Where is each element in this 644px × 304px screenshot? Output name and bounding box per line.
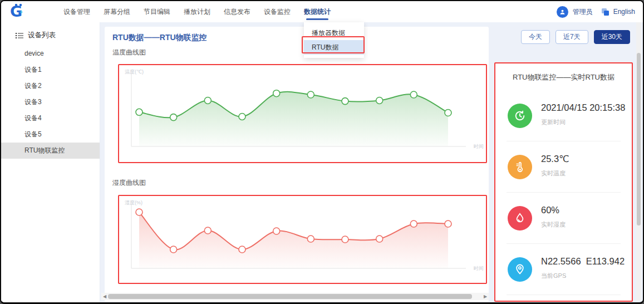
sidebar-header-device-list[interactable]: 设备列表 [1, 22, 100, 46]
sidebar-item-device5[interactable]: 设备5 [1, 126, 100, 143]
sidebar-item-device2[interactable]: 设备2 [1, 78, 100, 94]
scroll-right-arrow-icon[interactable]: ▶ [482, 293, 489, 300]
logo-plus-icon: + [19, 9, 23, 15]
nav-item-program-edit[interactable]: 节目编辑 [144, 1, 170, 22]
temperature-chart[interactable]: 温度(℃) 时间 [119, 65, 486, 161]
navbar-right: 管理员 English [557, 1, 635, 22]
language-switch[interactable]: English [613, 8, 635, 16]
dropdown-item-rtu-data[interactable]: RTU数据 [304, 40, 364, 55]
top-navbar: G + 设备管理 屏幕分组 节目编辑 播放计划 信息发布 设备监控 数据统计 管… [1, 1, 643, 22]
sidebar-item-rtu-monitor[interactable]: RTU物联监控 [1, 143, 100, 159]
device-sidebar: 设备列表 device 设备1 设备2 设备3 设备4 设备5 RTU物联监控 [1, 22, 100, 302]
stat-update-time: 2021/04/15 20:15:38 更新时间 [507, 90, 621, 141]
temperature-x-axis-label: 时间 [474, 143, 484, 150]
scroll-left-arrow-icon[interactable]: ◀ [101, 293, 108, 300]
temperature-label: 实时温度 [541, 169, 566, 178]
main-content-card: RTU数据——RTU物联监控 温度曲线图 温度(℃) 时间 湿度曲线图 湿度(%… [105, 27, 489, 302]
date-range-buttons: 今天 近7天 近30天 [521, 30, 630, 44]
list-icon [16, 32, 23, 39]
humidity-y-axis-label: 湿度(%) [125, 199, 142, 207]
range-7days-button[interactable]: 近7天 [555, 30, 588, 44]
range-today-button[interactable]: 今天 [521, 30, 550, 44]
temperature-line-chart-canvas[interactable] [119, 65, 486, 161]
realtime-panel-title: RTU物联监控——实时RTU数据 [495, 63, 632, 82]
temperature-chart-label: 温度曲线图 [112, 48, 146, 57]
refresh-time-icon [508, 104, 532, 128]
app-logo[interactable]: G + [10, 3, 29, 21]
page-title: RTU数据——RTU物联监控 [112, 33, 207, 43]
sidebar-item-device3[interactable]: 设备3 [1, 94, 100, 110]
nav-item-device-manage[interactable]: 设备管理 [63, 1, 90, 22]
sidebar-item-device[interactable]: device [1, 46, 100, 62]
nav-item-info-publish[interactable]: 信息发布 [224, 1, 250, 22]
thermometer-icon [508, 155, 532, 179]
vertical-scrollbar-thumb[interactable] [637, 53, 641, 225]
update-time-value: 2021/04/15 20:15:38 [541, 102, 625, 113]
realtime-data-panel: RTU物联监控——实时RTU数据 2021/04/15 20:15:38 更新时… [495, 63, 632, 301]
humidity-x-axis-label: 时间 [474, 265, 484, 272]
humidity-chart[interactable]: 湿度(%) 时间 [119, 196, 486, 283]
humidity-icon [508, 206, 532, 231]
humidity-line-chart-canvas[interactable] [119, 196, 486, 283]
range-30days-button[interactable]: 近30天 [594, 30, 630, 44]
stat-gps: N22.5566 E113.942 当前GPS [507, 244, 621, 295]
gps-value: N22.5566 E113.942 [541, 256, 625, 267]
temperature-y-axis-label: 温度(℃) [125, 68, 144, 76]
nav-item-play-plan[interactable]: 播放计划 [184, 1, 210, 22]
sidebar-item-device1[interactable]: 设备1 [1, 62, 100, 78]
temperature-value: 25.3℃ [541, 154, 569, 164]
update-time-label: 更新时间 [541, 118, 566, 126]
stat-temperature: 25.3℃ 实时温度 [507, 141, 621, 193]
vertical-scrollbar [636, 22, 641, 301]
nav-item-device-monitor[interactable]: 设备监控 [264, 1, 291, 22]
nav-item-data-statistics[interactable]: 数据统计 [304, 1, 331, 22]
user-avatar-icon[interactable] [557, 6, 568, 18]
sidebar-header-label: 设备列表 [28, 31, 56, 40]
sidebar-item-device4[interactable]: 设备4 [1, 110, 100, 126]
translate-icon[interactable] [602, 8, 609, 16]
humidity-label: 实时湿度 [541, 220, 566, 229]
user-name[interactable]: 管理员 [573, 7, 593, 17]
humidity-value: 60% [541, 205, 559, 215]
data-statistics-dropdown: 播放器数据 RTU数据 [304, 22, 364, 58]
main-nav: 设备管理 屏幕分组 节目编辑 播放计划 信息发布 设备监控 数据统计 [63, 1, 331, 22]
dropdown-item-player-data[interactable]: 播放器数据 [304, 26, 364, 40]
app-window: G + 设备管理 屏幕分组 节目编辑 播放计划 信息发布 设备监控 数据统计 管… [0, 0, 644, 304]
stat-humidity: 60% 实时湿度 [507, 193, 621, 244]
horizontal-scrollbar-thumb[interactable] [108, 294, 472, 299]
horizontal-scrollbar: ◀ ▶ [101, 293, 489, 300]
gps-location-icon [508, 257, 532, 282]
gps-label: 当前GPS [541, 272, 566, 280]
nav-item-screen-group[interactable]: 屏幕分组 [104, 1, 130, 22]
logo-dots [15, 4, 17, 6]
humidity-chart-label: 湿度曲线图 [112, 178, 146, 188]
